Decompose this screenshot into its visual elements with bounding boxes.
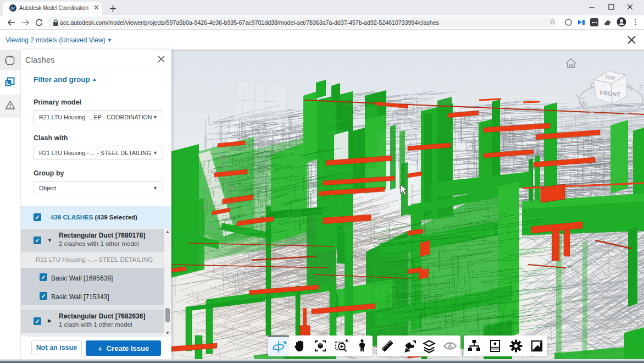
svg-text:W: W [580, 99, 589, 108]
svg-text:E: E [639, 84, 643, 92]
